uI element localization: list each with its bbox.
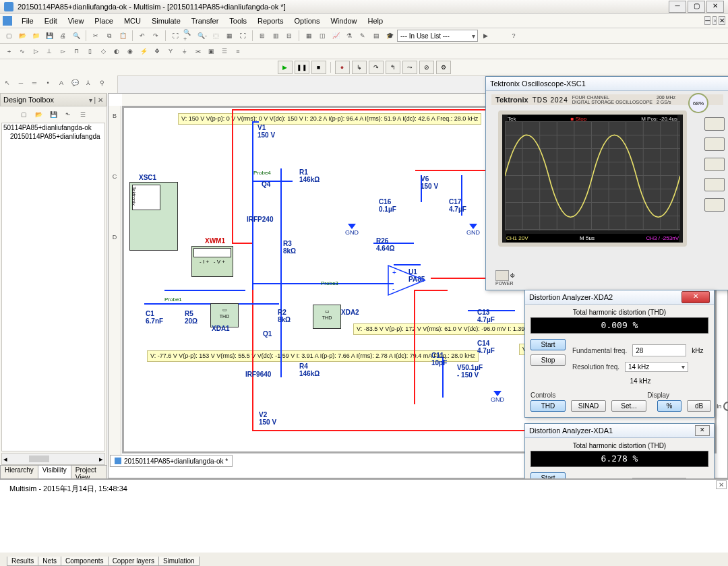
zoom-area-icon[interactable]: ⬚ (210, 30, 222, 42)
sim-settings-icon[interactable]: ⚙ (436, 61, 451, 74)
dt-up-icon[interactable]: ⬑ (62, 108, 74, 121)
menu-file[interactable]: File (16, 17, 39, 25)
copy-icon[interactable]: ⧉ (103, 30, 115, 42)
close-button[interactable]: ✕ (706, 1, 724, 13)
xda1-title-bar[interactable]: Distortion Analyzer-XDA1 ✕ (525, 424, 714, 438)
fullscreen-icon[interactable]: ⛶ (237, 30, 249, 42)
place-conn-icon[interactable]: ⫘ (191, 45, 204, 57)
menu-tools[interactable]: Tools (224, 17, 252, 25)
distortion-analyzer-xda2[interactable]: Distortion Analyzer-XDA2 ✕ Total harmoni… (524, 290, 715, 418)
zoom-out-icon[interactable]: 🔍- (196, 30, 208, 42)
place-mixed-icon[interactable]: ◐ (111, 45, 123, 57)
preview-icon[interactable]: 🔍 (70, 30, 82, 42)
graph-icon[interactable]: 📈 (330, 30, 342, 42)
save-icon[interactable]: 💾 (43, 30, 55, 42)
paste-icon[interactable]: 📋 (117, 30, 129, 42)
net-icon[interactable]: ⅄ (82, 77, 94, 89)
zoom-fit-icon[interactable]: ⛶ (169, 30, 181, 42)
tool-c-icon[interactable]: ⊟ (283, 30, 295, 42)
place-mcu-icon[interactable]: ▣ (205, 45, 217, 57)
text-icon[interactable]: A (55, 77, 67, 89)
dt-props-icon[interactable]: ☰ (77, 108, 89, 121)
xda2-ff-input[interactable]: 28 (632, 344, 686, 356)
menu-place[interactable]: Place (89, 17, 119, 25)
tool-b-icon[interactable]: ▥ (270, 30, 282, 42)
design-tree[interactable]: 50114PA85+dianliufangda-ok 20150114PA85+… (1, 123, 105, 451)
menu-simulate[interactable]: Simulate (146, 17, 186, 25)
scope-softkey[interactable] (704, 178, 725, 191)
menu-options[interactable]: Options (289, 17, 326, 25)
open2-icon[interactable]: 📁 (30, 30, 42, 42)
print-icon[interactable]: 🖨 (57, 30, 69, 42)
tree-item[interactable]: 20150114PA85+dianliufangda (2, 132, 104, 141)
place-misc-icon[interactable]: ◇ (97, 45, 109, 57)
scope-softkey[interactable] (704, 137, 725, 151)
canvas-tab[interactable]: 20150114PA85+dianliufangda-ok * (110, 455, 233, 467)
place-rf-icon[interactable]: Y (164, 45, 177, 57)
xda2-sinad-button[interactable]: SINAD (571, 400, 606, 412)
instrument-oscilloscope[interactable]: Tektronix (129, 182, 178, 251)
maximize-button[interactable]: ▢ (688, 1, 705, 13)
xda2-pct-button[interactable]: % (657, 400, 681, 412)
dt-new-icon[interactable]: ▢ (18, 108, 30, 121)
place-elec-icon[interactable]: ⏚ (178, 45, 190, 57)
edu-icon[interactable]: 🎓 (384, 30, 396, 42)
mdi-minimize[interactable]: ─ (704, 16, 710, 25)
opamp-symbol[interactable]: + - (387, 264, 427, 296)
place-cmos-icon[interactable]: ▯ (84, 45, 96, 57)
scope-softkey[interactable] (704, 117, 725, 131)
mdi-restore[interactable]: ▫ (712, 16, 717, 25)
go-icon[interactable]: ▶ (479, 30, 491, 42)
record-button[interactable]: ● (335, 61, 350, 74)
tab-project-view[interactable]: Project View (71, 465, 107, 478)
xda2-set-button[interactable]: Set... (611, 400, 646, 412)
zoom-sheet-icon[interactable]: ▦ (223, 30, 235, 42)
breadboard-icon[interactable]: ▤ (370, 30, 382, 42)
oscilloscope-window[interactable]: Tektronix Oscilloscope-XSC1 Tektronix TD… (485, 76, 728, 290)
xda2-stop-button[interactable]: Stop (530, 354, 566, 366)
oscilloscope-title[interactable]: Tektronix Oscilloscope-XSC1 (486, 77, 728, 91)
toggle-icon[interactable]: ⊘ (419, 61, 434, 74)
dt-save-icon[interactable]: 💾 (47, 108, 59, 121)
analyze-icon[interactable]: ⚗ (343, 30, 355, 42)
place-analog-icon[interactable]: ▻ (57, 45, 69, 57)
xda2-close-button[interactable]: ✕ (681, 291, 710, 303)
comment-icon[interactable]: 💬 (69, 77, 81, 89)
database-icon[interactable]: ◫ (316, 30, 328, 42)
input-jack-icon[interactable] (723, 402, 728, 411)
place-power-icon[interactable]: ⚡ (138, 45, 150, 57)
xda1-close-button[interactable]: ✕ (695, 425, 710, 436)
xda2-rf-combo[interactable]: 14 kHz (625, 362, 688, 372)
cursor-icon[interactable]: ↖ (1, 77, 13, 89)
tree-item[interactable]: 50114PA85+dianliufangda-ok (2, 123, 104, 132)
menu-view[interactable]: View (63, 17, 90, 25)
place-source-icon[interactable]: ＋ (3, 45, 15, 57)
menu-transfer[interactable]: Transfer (186, 17, 224, 25)
minimize-button[interactable]: ─ (669, 1, 686, 13)
step-over-icon[interactable]: ↷ (369, 61, 384, 74)
tab-hierarchy[interactable]: Hierarchy (0, 465, 38, 478)
place-misc2-icon[interactable]: ❖ (151, 45, 163, 57)
probe2-icon[interactable]: ⚲ (96, 77, 108, 89)
new-icon[interactable]: ▢ (3, 30, 15, 42)
tab-copper-layers[interactable]: Copper layers (108, 557, 159, 566)
bus-icon[interactable]: ═ (28, 77, 40, 89)
xda2-start-button[interactable]: Start (530, 339, 566, 350)
run-button[interactable]: ▶ (278, 61, 293, 74)
log-close-button[interactable]: ✕ (716, 480, 727, 489)
trail-icon[interactable]: ⤳ (402, 61, 417, 74)
panel-dock-icon[interactable]: ▾ | ✕ (89, 96, 103, 104)
in-use-list-combo[interactable]: --- In Use List --- (397, 30, 478, 42)
tab-components[interactable]: Components (61, 557, 109, 566)
power-button[interactable] (495, 270, 509, 281)
xda2-db-button[interactable]: dB (687, 400, 711, 412)
xda2-title-bar[interactable]: Distortion Analyzer-XDA2 ✕ (525, 290, 714, 305)
redo-icon[interactable]: ↷ (150, 30, 162, 42)
menu-window[interactable]: Window (325, 17, 362, 25)
place-diode-icon[interactable]: ▷ (30, 45, 42, 57)
menu-mcu[interactable]: MCU (119, 17, 146, 25)
undo-icon[interactable]: ↶ (136, 30, 148, 42)
place-transistor-icon[interactable]: ⊥ (43, 45, 55, 57)
place-basic-icon[interactable]: ∿ (16, 45, 28, 57)
dt-open-icon[interactable]: 📂 (32, 108, 44, 121)
